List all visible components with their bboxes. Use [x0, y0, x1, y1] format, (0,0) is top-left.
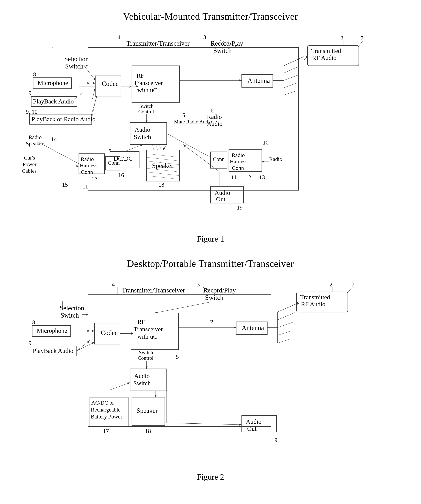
svg-text:Record/Play: Record/Play [210, 40, 243, 47]
figure1-section: Vehicular-Mounted Transmitter/Transceive… [15, 11, 406, 244]
svg-line-64 [146, 157, 180, 161]
svg-text:Transmitter/Transceiver: Transmitter/Transceiver [122, 287, 185, 294]
svg-text:17: 17 [103, 428, 109, 434]
svg-text:PlayBack Audio: PlayBack Audio [33, 348, 73, 354]
svg-text:Mute Radio Audio: Mute Radio Audio [174, 119, 212, 125]
svg-text:Car's: Car's [24, 155, 35, 161]
svg-text:13: 13 [259, 174, 265, 180]
svg-text:9, 10: 9, 10 [26, 108, 37, 115]
svg-marker-160 [131, 332, 133, 335]
svg-line-115 [167, 133, 210, 157]
section-divider [15, 244, 406, 258]
svg-line-113 [156, 144, 158, 150]
svg-text:Speaker: Speaker [152, 162, 173, 169]
svg-line-122 [92, 97, 96, 119]
svg-line-112 [152, 144, 154, 150]
svg-text:1: 1 [51, 46, 54, 52]
svg-text:3: 3 [197, 281, 200, 288]
svg-text:Antenna: Antenna [248, 77, 270, 84]
svg-text:7: 7 [361, 35, 363, 41]
svg-text:12: 12 [91, 176, 97, 182]
svg-text:Transmitted: Transmitted [300, 294, 330, 300]
svg-text:Transceiver: Transceiver [134, 326, 163, 333]
svg-line-86 [39, 142, 79, 164]
svg-text:RF Audio: RF Audio [312, 54, 336, 61]
svg-line-56 [284, 57, 304, 66]
svg-text:PlayBack Audio: PlayBack Audio [33, 98, 74, 105]
svg-text:6: 6 [210, 107, 214, 114]
figure2-section: Desktop/Portable Transmitter/Transceiver… [15, 258, 406, 482]
figure1-label: Figure 1 [15, 234, 406, 244]
svg-line-124 [83, 65, 95, 80]
svg-text:2: 2 [340, 35, 343, 41]
svg-text:11: 11 [82, 183, 88, 190]
svg-text:Switch: Switch [139, 103, 153, 109]
svg-text:RF Audio: RF Audio [301, 301, 325, 307]
svg-text:Conn: Conn [232, 165, 244, 171]
svg-text:with uC: with uC [137, 333, 157, 340]
svg-text:18: 18 [145, 428, 151, 434]
svg-line-58 [284, 75, 298, 80]
figure2-label: Figure 2 [15, 472, 406, 482]
svg-text:4: 4 [112, 281, 115, 288]
svg-text:Cables: Cables [22, 168, 37, 174]
svg-text:Radio: Radio [81, 156, 94, 162]
figure2-diagram: Transmitter/Transceiver 4 Record/Play Sw… [18, 276, 403, 469]
svg-text:RF: RF [137, 318, 145, 325]
svg-text:Control: Control [138, 355, 153, 361]
svg-text:Conn: Conn [108, 160, 120, 166]
svg-text:8: 8 [32, 319, 35, 326]
svg-text:Microphone: Microphone [37, 327, 67, 334]
svg-text:Audio: Audio [135, 126, 150, 133]
svg-text:1: 1 [51, 295, 53, 301]
svg-text:Out: Out [216, 196, 226, 203]
svg-line-120 [91, 95, 97, 117]
figure1-diagram: Transmitter/Transceiver 4 Record/Play Sw… [18, 29, 403, 231]
svg-line-190 [167, 423, 242, 425]
svg-text:2: 2 [329, 281, 333, 288]
svg-text:9: 9 [29, 340, 31, 346]
svg-text:11: 11 [231, 174, 237, 180]
svg-text:Conn: Conn [213, 156, 225, 162]
svg-text:Record/Play: Record/Play [203, 287, 236, 294]
svg-text:Transmitted: Transmitted [311, 48, 341, 54]
svg-text:Speaker: Speaker [136, 407, 158, 414]
svg-text:Switch: Switch [133, 380, 151, 387]
svg-text:18: 18 [158, 181, 164, 188]
svg-text:16: 16 [118, 172, 124, 178]
svg-text:Audio: Audio [246, 418, 262, 425]
svg-text:Radio: Radio [232, 152, 245, 158]
svg-text:Transceiver: Transceiver [134, 79, 163, 86]
svg-line-205 [155, 302, 210, 313]
page: Vehicular-Mounted Transmitter/Transceive… [0, 0, 421, 504]
svg-line-60 [284, 91, 295, 95]
svg-text:3: 3 [203, 34, 206, 41]
svg-line-203 [77, 342, 94, 351]
svg-line-180 [277, 313, 295, 320]
svg-text:AC/DC or: AC/DC or [91, 400, 114, 406]
svg-text:4: 4 [118, 34, 121, 41]
svg-text:Audio: Audio [134, 372, 150, 379]
svg-text:6: 6 [210, 317, 213, 324]
svg-line-75 [125, 144, 143, 151]
svg-text:Antenna: Antenna [242, 324, 264, 331]
svg-text:Codec: Codec [101, 329, 118, 336]
svg-text:Transmitter/Transceiver: Transmitter/Transceiver [126, 40, 190, 47]
svg-text:7: 7 [351, 281, 354, 288]
svg-text:Codec: Codec [102, 80, 119, 87]
svg-line-69 [146, 176, 180, 179]
svg-text:8: 8 [33, 71, 36, 78]
svg-text:Power: Power [23, 161, 37, 167]
svg-text:Switch: Switch [205, 294, 223, 301]
svg-text:Audio: Audio [215, 189, 230, 196]
svg-text:9: 9 [29, 90, 31, 96]
svg-line-33 [129, 85, 131, 86]
svg-line-181 [277, 322, 293, 328]
svg-text:Selection: Selection [64, 55, 89, 63]
svg-line-125 [92, 88, 95, 102]
svg-text:10: 10 [263, 139, 269, 146]
svg-line-142 [348, 287, 353, 292]
svg-line-183 [277, 339, 289, 343]
svg-text:Microphone: Microphone [38, 79, 68, 86]
svg-text:RF: RF [136, 72, 144, 79]
